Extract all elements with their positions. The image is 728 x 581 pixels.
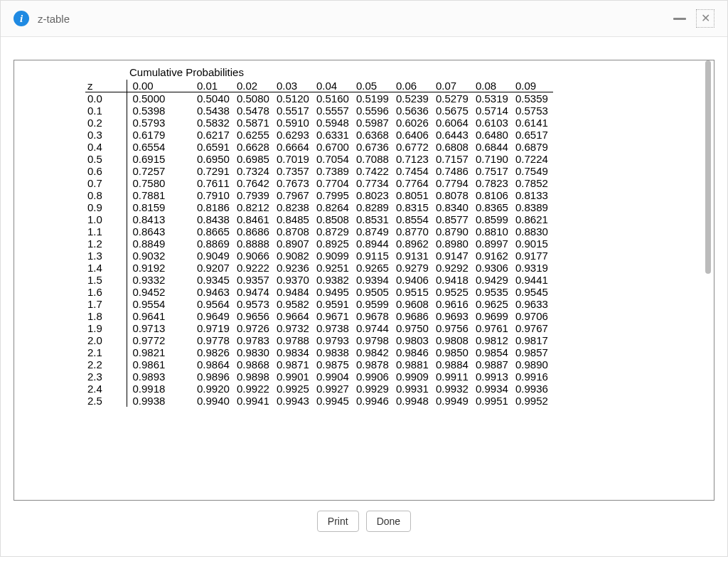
value-cell: 0.9162 [473,250,513,262]
header-col: 0.06 [394,80,434,92]
value-cell: 0.8749 [354,225,394,238]
value-cell: 0.9756 [434,322,473,334]
value-cell: 0.9131 [394,250,434,262]
value-cell: 0.6915 [127,153,195,165]
value-cell: 0.9099 [314,250,354,262]
value-cell: 0.9887 [473,358,513,371]
value-cell: 0.7881 [127,189,195,201]
value-cell: 0.9951 [473,395,513,407]
scroll-thumb[interactable] [705,60,711,274]
value-cell: 0.9838 [314,346,354,358]
value-cell: 0.9345 [195,274,235,286]
value-cell: 0.7910 [195,189,235,201]
value-cell: 0.9441 [513,274,553,286]
value-cell: 0.5478 [235,105,274,117]
value-cell: 0.8770 [394,225,434,238]
z-cell: 0.3 [85,129,127,141]
value-cell: 0.6179 [127,129,195,141]
value-cell: 0.7823 [473,177,513,189]
value-cell: 0.9429 [473,274,513,286]
z-cell: 0.0 [85,92,127,105]
value-cell: 0.7764 [394,177,434,189]
value-cell: 0.9693 [434,310,473,322]
value-cell: 0.9878 [354,358,394,371]
value-cell: 0.5832 [195,117,235,129]
value-cell: 0.5000 [127,92,195,105]
value-cell: 0.9842 [354,346,394,358]
value-cell: 0.6700 [314,141,354,153]
header-col: 0.03 [274,80,314,92]
value-cell: 0.8577 [434,213,473,225]
value-cell: 0.5675 [434,105,473,117]
value-cell: 0.9909 [394,371,434,383]
table-row: 2.50.99380.99400.99410.99430.99450.99460… [85,395,553,407]
value-cell: 0.8686 [235,225,274,238]
print-button[interactable]: Print [317,511,359,532]
value-cell: 0.9686 [394,310,434,322]
value-cell: 0.9864 [195,358,235,371]
value-cell: 0.9382 [314,274,354,286]
value-cell: 0.9418 [434,274,473,286]
value-cell: 0.7357 [274,165,314,177]
value-cell: 0.9306 [473,262,513,274]
close-icon[interactable]: ✕ [696,9,714,28]
value-cell: 0.9357 [235,274,274,286]
z-cell: 1.3 [85,250,127,262]
table-caption: Cumulative Probabilities [85,66,657,78]
value-cell: 0.9817 [513,334,553,346]
done-button[interactable]: Done [366,511,411,532]
value-cell: 0.7517 [473,165,513,177]
value-cell: 0.9927 [314,383,354,395]
value-cell: 0.5040 [195,92,235,105]
value-cell: 0.9564 [195,298,235,310]
value-cell: 0.6368 [354,129,394,141]
value-cell: 0.7673 [274,177,314,189]
value-cell: 0.7852 [513,177,553,189]
title-bar: i z-table ✕ [1,1,727,37]
value-cell: 0.8461 [235,213,274,225]
header-col: 0.01 [195,80,235,92]
value-cell: 0.6293 [274,129,314,141]
minimize-icon[interactable] [673,17,686,20]
value-cell: 0.8365 [473,201,513,213]
value-cell: 0.9783 [235,334,274,346]
value-cell: 0.9279 [394,262,434,274]
value-cell: 0.6591 [195,141,235,153]
value-cell: 0.9803 [394,334,434,346]
value-cell: 0.9925 [274,383,314,395]
value-cell: 0.8238 [274,201,314,213]
value-cell: 0.9706 [513,310,553,322]
value-cell: 0.9177 [513,250,553,262]
value-cell: 0.7939 [235,189,274,201]
value-cell: 0.9495 [314,286,354,298]
value-cell: 0.9793 [314,334,354,346]
value-cell: 0.6026 [394,117,434,129]
header-col: 0.07 [434,80,473,92]
value-cell: 0.9922 [235,383,274,395]
value-cell: 0.7549 [513,165,553,177]
value-cell: 0.6808 [434,141,473,153]
table-row: 0.60.72570.72910.73240.73570.73890.74220… [85,165,553,177]
value-cell: 0.9535 [473,286,513,298]
table-row: 0.20.57930.58320.58710.59100.59480.59870… [85,117,553,129]
value-cell: 0.5557 [314,105,354,117]
header-col: 0.08 [473,80,513,92]
value-cell: 0.8869 [195,238,235,250]
value-cell: 0.8888 [235,238,274,250]
value-cell: 0.9772 [127,334,195,346]
scrollbar[interactable] [705,60,711,500]
value-cell: 0.5279 [434,92,473,105]
value-cell: 0.6443 [434,129,473,141]
value-cell: 0.9525 [434,286,473,298]
value-cell: 0.7454 [394,165,434,177]
value-cell: 0.5596 [354,105,394,117]
table-row: 2.20.98610.98640.98680.98710.98750.98780… [85,358,553,371]
value-cell: 0.9406 [394,274,434,286]
value-cell: 0.6554 [127,141,195,153]
value-cell: 0.6879 [513,141,553,153]
table-row: 2.30.98930.98960.98980.99010.99040.99060… [85,371,553,383]
value-cell: 0.8264 [314,201,354,213]
value-cell: 0.8907 [274,238,314,250]
value-cell: 0.9940 [195,395,235,407]
value-cell: 0.7389 [314,165,354,177]
